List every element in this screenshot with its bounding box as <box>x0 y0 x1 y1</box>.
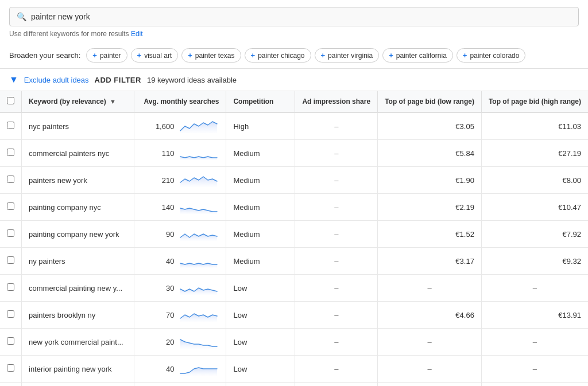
chip-plus-icon: + <box>463 51 467 60</box>
row-checkbox-cell[interactable] <box>0 356 22 383</box>
chip-plus-icon: + <box>251 51 256 60</box>
row-checkbox[interactable] <box>7 229 14 237</box>
row-checkbox-cell[interactable] <box>0 302 22 329</box>
monthly-cell: 110 <box>134 140 226 167</box>
exclude-adult-link[interactable]: Exclude adult ideas <box>24 76 89 84</box>
impression-cell: – <box>295 167 378 194</box>
monthly-cell: 90 <box>134 221 226 248</box>
impression-cell: – <box>295 140 378 167</box>
row-checkbox[interactable] <box>7 202 14 210</box>
row-checkbox-cell[interactable] <box>0 383 22 387</box>
bid-low-cell: – <box>378 356 482 383</box>
row-checkbox[interactable] <box>7 122 14 129</box>
keyword-cell: nyc painters <box>22 112 134 140</box>
row-checkbox[interactable] <box>7 337 14 345</box>
bid-low-cell: €3.17 <box>378 248 482 275</box>
keyword-table-container: Keyword (by relevance) ▼ Avg. monthly se… <box>0 91 588 386</box>
header-monthly[interactable]: Avg. monthly searches <box>134 91 226 112</box>
row-checkbox[interactable] <box>7 256 14 264</box>
row-checkbox-cell[interactable] <box>0 221 22 248</box>
header-impression[interactable]: Ad impression share <box>295 91 378 112</box>
bid-low-cell: €5.97 <box>378 383 482 387</box>
keyword-chip-1[interactable]: +visual art <box>131 48 179 63</box>
chip-plus-icon: + <box>389 51 393 60</box>
table-row: painters new york 210 Medium – €1.90 €8.… <box>0 167 588 194</box>
bid-high-cell: €8.00 <box>481 167 588 194</box>
search-icon: 🔍 <box>17 12 26 21</box>
chip-plus-icon: + <box>321 51 326 60</box>
table-row: nyc painters 1,600 High – €3.05 €11.03 <box>0 112 588 140</box>
search-bar: 🔍 painter new york <box>9 7 579 26</box>
header-bid-high[interactable]: Top of page bid (high range) <box>481 91 588 112</box>
row-checkbox[interactable] <box>7 149 14 156</box>
monthly-value: 30 <box>166 284 174 293</box>
row-checkbox-cell[interactable] <box>0 112 22 140</box>
keyword-chip-3[interactable]: +painter chicago <box>245 48 311 63</box>
monthly-value: 110 <box>162 149 175 158</box>
keyword-chip-0[interactable]: +painter <box>86 48 127 63</box>
bid-high-cell: €9.32 <box>481 248 588 275</box>
impression-cell: – <box>295 194 378 221</box>
keyword-cell: painters new york <box>22 167 134 194</box>
bid-high-cell: €11.54 <box>481 383 588 387</box>
competition-cell: Medium <box>226 167 295 194</box>
header-keyword[interactable]: Keyword (by relevance) ▼ <box>22 91 134 112</box>
bid-high-cell: €7.92 <box>481 221 588 248</box>
competition-cell: High <box>226 112 295 140</box>
competition-cell: Medium <box>226 140 295 167</box>
competition-cell: Medium <box>226 383 295 387</box>
impression-cell: – <box>295 248 378 275</box>
monthly-value: 20 <box>166 338 174 346</box>
row-checkbox[interactable] <box>7 176 14 183</box>
header-checkbox[interactable] <box>0 91 22 112</box>
filter-row: ▼ Exclude adult ideas ADD FILTER 19 keyw… <box>0 69 588 91</box>
keyword-chip-6[interactable]: +painter colorado <box>457 48 526 63</box>
competition-cell: Medium <box>226 194 295 221</box>
suggestion-row: Use different keywords for more results … <box>9 30 579 38</box>
keyword-cell: commercial painting new y... <box>22 275 134 302</box>
bid-low-cell: €1.90 <box>378 167 482 194</box>
table-row: new york commercial paint... 20 Low – – … <box>0 329 588 356</box>
bid-low-cell: – <box>378 329 482 356</box>
suggestion-text: Use different keywords for more results <box>9 30 129 38</box>
header-competition[interactable]: Competition <box>226 91 295 112</box>
header-bid-low[interactable]: Top of page bid (low range) <box>378 91 482 112</box>
edit-link[interactable]: Edit <box>131 30 143 38</box>
monthly-cell: 1,600 <box>134 112 226 140</box>
bid-high-cell: – <box>481 329 588 356</box>
row-checkbox[interactable] <box>7 364 14 372</box>
competition-cell: Low <box>226 275 295 302</box>
monthly-cell: 20 <box>134 329 226 356</box>
row-checkbox[interactable] <box>7 283 14 291</box>
monthly-value: 70 <box>166 311 174 319</box>
monthly-value: 90 <box>166 230 174 239</box>
monthly-value: 210 <box>162 176 175 185</box>
impression-cell: – <box>295 329 378 356</box>
keyword-chip-4[interactable]: +painter virginia <box>315 48 380 63</box>
competition-cell: Low <box>226 302 295 329</box>
keyword-chip-2[interactable]: +painter texas <box>181 48 241 63</box>
monthly-value: 40 <box>166 365 174 373</box>
monthly-value: 1,600 <box>156 122 175 131</box>
competition-cell: Medium <box>226 221 295 248</box>
row-checkbox-cell[interactable] <box>0 167 22 194</box>
row-checkbox-cell[interactable] <box>0 329 22 356</box>
row-checkbox-cell[interactable] <box>0 248 22 275</box>
impression-cell: – <box>295 275 378 302</box>
row-checkbox-cell[interactable] <box>0 194 22 221</box>
table-row: commercial painters nyc 110 Medium – €5.… <box>0 140 588 167</box>
bid-high-cell: – <box>481 356 588 383</box>
row-checkbox-cell[interactable] <box>0 140 22 167</box>
monthly-cell: 210 <box>134 167 226 194</box>
select-all-checkbox[interactable] <box>7 97 14 104</box>
table-row: interior painting new york 40 Low – – – <box>0 356 588 383</box>
row-checkbox[interactable] <box>7 310 14 318</box>
add-filter-button[interactable]: ADD FILTER <box>95 76 141 84</box>
bid-high-cell: – <box>481 275 588 302</box>
filter-icon: ▼ <box>9 75 18 85</box>
keyword-cell: painting company new york <box>22 221 134 248</box>
chip-plus-icon: + <box>137 51 142 60</box>
keyword-chip-5[interactable]: +painter california <box>382 48 453 63</box>
row-checkbox-cell[interactable] <box>0 275 22 302</box>
table-row: commercial painting new y... 30 Low – – … <box>0 275 588 302</box>
